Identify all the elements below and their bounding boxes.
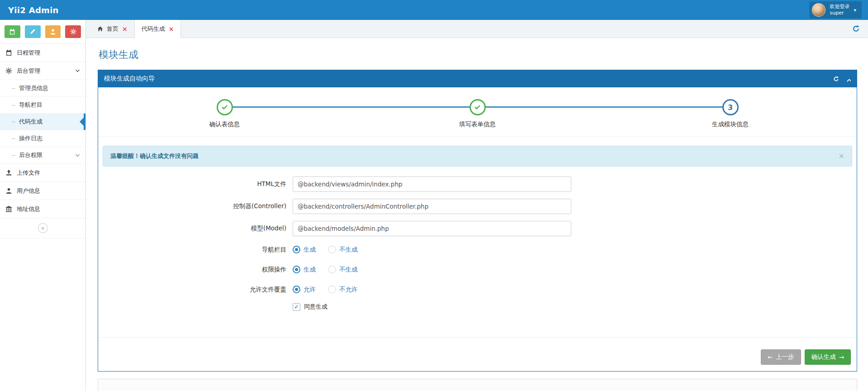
sidebar-item-nav-columns[interactable]: 导航栏目 [0,97,85,114]
sidebar-item-admin-info[interactable]: 管理员信息 [0,80,85,97]
sidebar-item-backend-admin[interactable]: 后台管理 [0,62,85,80]
form-row-controller: 控制器(Controller) [98,199,857,214]
sidebar-item-label: 管理员信息 [19,84,48,92]
sidebar-item-upload-files[interactable]: 上传文件 [0,164,85,182]
arrow-right-icon: → [839,353,844,361]
tab-code-generation[interactable]: 代码生成 × [134,20,181,38]
sidebar-item-label: 导航栏目 [19,101,43,109]
sidebar-item-label: 操作日志 [19,134,43,143]
html-file-input[interactable] [293,176,571,192]
sidebar-item-label: 代码生成 [19,118,43,126]
sidebar-item-label: 上传文件 [17,169,40,177]
layout: 日程管理 后台管理 管理员信息 导航栏目 代码生成 操作日志 [0,20,868,391]
form-row-html-file: HTML文件 [98,176,857,192]
radio-selected-icon [293,246,300,253]
next-panel-peek [98,379,857,391]
topbar: Yii2 Admin 欢迎登录 super ▾ [0,0,868,20]
model-input[interactable] [293,221,571,236]
avatar [812,3,825,17]
step-2-label: 填写表单信息 [459,120,496,129]
form-row-agree: ✓ 同意生成 [293,303,857,311]
sidebar-item-backend-permissions[interactable]: 后台权限 [0,147,85,164]
agree-checkbox[interactable]: ✓ [293,303,300,311]
user-welcome: 欢迎登录 super [830,4,849,17]
prev-step-button[interactable]: ← 上一步 [761,349,801,365]
sidebar-item-label: 地址信息 [17,205,40,213]
form-row-overwrite: 允许文件覆盖 允许 不允许 [98,283,857,296]
html-file-label: HTML文件 [98,180,293,188]
user-icon [5,187,12,194]
check-icon [474,104,481,111]
radio-option-label: 不允许 [339,286,358,294]
home-icon [97,26,103,32]
chevron-down-icon [75,153,80,158]
arrow-left-icon: ← [768,353,773,361]
tab-home-close-icon[interactable]: × [122,26,128,32]
sidebar-item-code-generation[interactable]: 代码生成 [0,114,85,130]
wizard-steps: 确认表信息 填写表单信息 3 生成模块信息 [98,99,857,129]
panel-refresh-icon[interactable] [833,76,839,82]
overwrite-label: 允许文件覆盖 [98,286,293,294]
radio-permission-no-generate[interactable]: 不生成 [328,266,358,274]
sidebar-item-user-info[interactable]: 用户信息 [0,182,85,200]
panel-collapse-icon[interactable] [845,76,851,82]
main-area: 首页 × 代码生成 × 模块生成 模块生成自动向导 [86,20,868,391]
radio-selected-icon [293,286,300,293]
brand: Yii2 Admin [8,5,59,15]
sidebar-collapse-row: « [0,218,85,238]
shortcut-edit-button[interactable] [25,25,41,38]
chevron-down-icon [75,68,80,73]
sidebar-item-address-info[interactable]: 地址信息 [0,200,85,218]
tab-home[interactable]: 首页 × [90,20,134,38]
radio-overwrite-allow[interactable]: 允许 [293,286,316,294]
dash-icon [12,155,15,156]
prev-step-label: 上一步 [776,353,794,361]
tabbar-refresh-icon[interactable] [852,25,860,33]
user-menu[interactable]: 欢迎登录 super ▾ [809,1,862,19]
sidebar-item-schedule[interactable]: 日程管理 [0,44,85,62]
dash-icon [12,105,15,105]
radio-option-label: 允许 [304,286,316,294]
sidebar-item-label: 后台管理 [17,67,40,75]
radio-option-label: 生成 [304,246,316,254]
sidebar-item-label: 后台权限 [19,151,43,159]
alert-close-icon[interactable]: × [839,153,844,160]
confirm-generate-button[interactable]: 确认生成 → [805,349,851,365]
step-3-generate-module: 3 生成模块信息 [604,99,857,129]
calendar-icon [5,49,12,56]
sidebar-item-operation-log[interactable]: 操作日志 [0,130,85,147]
wizard-panel-title: 模块生成自动向导 [104,75,155,83]
controller-input[interactable] [293,199,571,214]
dash-icon [12,88,15,89]
wizard-steps-section: 确认表信息 填写表单信息 3 生成模块信息 [98,87,857,137]
radio-selected-icon [293,266,300,273]
agree-checkbox-label: 同意生成 [304,303,327,311]
sidebar-menu: 日程管理 后台管理 管理员信息 导航栏目 代码生成 操作日志 [0,44,85,238]
radio-nav-generate[interactable]: 生成 [293,246,316,254]
radio-overwrite-disallow[interactable]: 不允许 [328,286,358,294]
radio-nav-no-generate[interactable]: 不生成 [328,246,358,254]
wizard-panel: 模块生成自动向导 确认表信息 [98,70,857,372]
form-row-permission: 权限操作 生成 不生成 [98,263,857,276]
sidebar-collapse-button[interactable]: « [38,223,48,233]
user-welcome-text: 欢迎登录 [830,4,849,10]
tab-code-generation-close-icon[interactable]: × [169,26,174,32]
radio-permission-generate[interactable]: 生成 [293,266,316,274]
shortcut-settings-button[interactable] [65,25,81,38]
pencil-icon [29,29,36,35]
nav-column-label: 导航栏目 [98,246,293,254]
gear-icon [5,67,12,74]
confirm-generate-label: 确认生成 [811,353,836,361]
shortcut-user-button[interactable] [45,25,61,38]
radio-unselected-icon [328,266,336,273]
radio-option-label: 不生成 [339,246,358,254]
panel-tools [833,76,851,82]
sidebar-shortcuts [0,20,85,44]
shortcut-calendar-button[interactable] [5,25,20,38]
tabbar-right [852,20,868,38]
nav-column-radio-group: 生成 不生成 [293,246,358,254]
page-title: 模块生成 [99,48,857,62]
step-2-fill-form: 填写表单信息 [351,99,604,129]
radio-option-label: 不生成 [339,266,358,274]
wizard-form: HTML文件 控制器(Controller) 模型(Model) 导航栏目 [98,174,857,337]
